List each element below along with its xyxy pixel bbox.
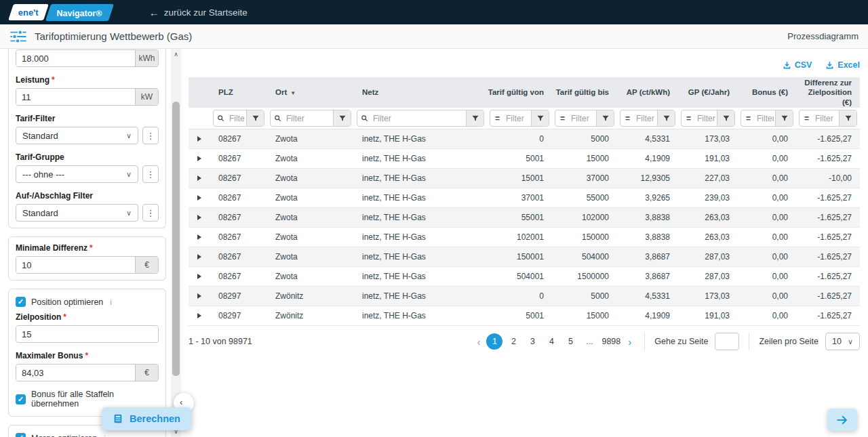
filter-group: =	[741, 110, 793, 127]
row-range-text: 1 - 10 von 98971	[189, 337, 252, 346]
filter-menu-button[interactable]	[466, 110, 484, 126]
results-panel: CSV Excel PLZOrt▼NetzTarif gültig vonTar…	[189, 49, 860, 437]
table-cell: inetz, THE H-Gas	[354, 149, 487, 169]
expand-row-icon[interactable]	[197, 136, 201, 142]
bonus-alle-staffeln-checkbox[interactable]: ✓	[16, 394, 26, 404]
auf-abschlag-filter-select[interactable]: Standard∨	[16, 204, 138, 222]
scrollbar-thumb[interactable]	[172, 102, 180, 376]
process-diagram-link[interactable]: Prozessdiagramm	[787, 31, 859, 41]
goto-page-input[interactable]	[715, 333, 739, 350]
column-header-tarif-gültig-bis[interactable]: Tarif gültig bis	[552, 77, 617, 108]
column-header-bonus-[interactable]: Bonus (€)	[738, 77, 796, 108]
table-cell: 150001	[487, 247, 552, 267]
filter-input[interactable]	[228, 110, 246, 126]
table-cell: 173,03	[678, 287, 738, 306]
filter-input[interactable]	[570, 110, 596, 126]
expand-row-icon[interactable]	[197, 313, 201, 318]
export-excel-link[interactable]: Excel	[825, 60, 860, 70]
scroll-up-arrow-icon[interactable]: ∧	[171, 49, 181, 59]
brand-logo-product: Navigator®	[45, 4, 114, 21]
filter-group	[357, 110, 484, 127]
sliders-icon	[10, 30, 26, 43]
back-to-start-link[interactable]: ← zurück zur Startseite	[149, 7, 248, 18]
filter-input[interactable]	[372, 110, 466, 126]
marge-optimieren-checkbox[interactable]: ✓	[16, 433, 26, 437]
sidebar-scrollbar[interactable]: ∧ ∨	[171, 49, 181, 437]
filter-menu-button[interactable]	[596, 110, 614, 126]
brand-logo[interactable]: ene't Navigator®	[11, 4, 111, 21]
leistung-input[interactable]	[16, 89, 135, 105]
page-button-5[interactable]: 5	[562, 333, 578, 350]
expand-row-icon[interactable]	[197, 156, 201, 161]
tarif-gruppe-menu-button[interactable]: ⋮	[142, 165, 159, 183]
filter-input[interactable]	[285, 110, 333, 126]
info-icon[interactable]: i	[110, 298, 112, 306]
export-csv-link[interactable]: CSV	[783, 60, 812, 70]
berechnen-button[interactable]: Berechnen	[102, 407, 191, 430]
filter-menu-button[interactable]	[775, 110, 793, 126]
table-cell: 08267	[210, 247, 267, 267]
page-button-9898[interactable]: 9898	[600, 333, 622, 350]
column-header-differenz-zur-zielposition-[interactable]: Differenz zur Zielposition (€)	[796, 77, 860, 108]
filter-input[interactable]	[696, 110, 717, 126]
page-button-1[interactable]: 1	[486, 333, 502, 350]
column-header-plz[interactable]: PLZ	[210, 77, 267, 108]
page-button-2[interactable]: 2	[505, 333, 521, 350]
column-header-tarif-gültig-von[interactable]: Tarif gültig von	[487, 77, 552, 108]
zielposition-input[interactable]	[16, 326, 158, 342]
position-optimieren-checkbox[interactable]: ✓	[16, 297, 26, 307]
auf-abschlag-filter-menu-button[interactable]: ⋮	[142, 204, 159, 222]
chevron-down-icon: ∨	[848, 337, 853, 346]
filter-menu-button[interactable]	[839, 110, 856, 126]
expand-row-icon[interactable]	[197, 215, 201, 220]
expand-row-icon[interactable]	[197, 195, 201, 201]
column-header-netz[interactable]: Netz	[354, 77, 487, 108]
filter-input[interactable]	[505, 110, 531, 126]
expand-row-icon[interactable]	[197, 274, 201, 279]
previous-page-button[interactable]: ‹	[473, 336, 484, 348]
table-cell: -1.625,27	[796, 228, 860, 247]
table-row: 08267Zwotainetz, THE H-Gas150013700012,9…	[189, 169, 860, 188]
maximaler-bonus-input-group: €	[16, 364, 159, 381]
expand-row-icon[interactable]	[197, 234, 201, 240]
table-cell: 0,00	[738, 267, 796, 287]
filter-input[interactable]	[635, 110, 657, 126]
equals-icon: =	[555, 110, 570, 126]
tarif-gruppe-select[interactable]: --- ohne ---∨	[16, 165, 138, 183]
next-step-button[interactable]	[827, 409, 857, 431]
tarif-filter-menu-button[interactable]: ⋮	[142, 127, 159, 144]
table-cell: -1.625,27	[796, 129, 860, 149]
column-header-ap-ct-kwh-[interactable]: AP (ct/kWh)	[617, 77, 678, 108]
next-page-button[interactable]: ›	[625, 336, 635, 348]
expand-row-icon[interactable]	[197, 293, 201, 299]
info-icon[interactable]: i	[104, 434, 106, 437]
table-cell: Zwota	[267, 188, 354, 208]
filter-input[interactable]	[755, 110, 775, 126]
expand-row-icon[interactable]	[197, 254, 201, 259]
filter-menu-button[interactable]	[531, 110, 549, 126]
page-button-4[interactable]: 4	[543, 333, 559, 350]
page-title: Tarifoptimierung Wettbewerb (Gas)	[35, 30, 192, 42]
page-button-3[interactable]: 3	[524, 333, 540, 350]
minimale-differenz-input[interactable]	[16, 257, 135, 273]
tarif-gruppe-label: Tarif-Gruppe	[16, 152, 159, 162]
column-header-gp-jahr-[interactable]: GP (€/Jahr)	[678, 77, 738, 108]
maximaler-bonus-input[interactable]	[16, 365, 135, 381]
expand-row-icon[interactable]	[197, 175, 201, 181]
filter-menu-button[interactable]	[246, 110, 264, 126]
table-cell: 239,03	[678, 188, 738, 208]
filter-menu-button[interactable]	[657, 110, 675, 126]
table-cell: Zwota	[267, 208, 354, 228]
page-size-select[interactable]: 10 ∨	[825, 333, 860, 350]
table-row: 08267Zwotainetz, THE H-Gas050004,5331173…	[189, 129, 860, 149]
column-header-ort[interactable]: Ort▼	[267, 77, 354, 108]
filter-input[interactable]	[814, 110, 839, 126]
auf-abschlag-filter-label: Auf-/Abschlag Filter	[16, 191, 159, 201]
filter-group	[270, 110, 351, 127]
table-cell: 08267	[210, 169, 267, 188]
table-row: 08267Zwotainetz, THE H-Gas37001550003,92…	[189, 188, 860, 208]
verbrauch-input[interactable]	[16, 50, 135, 66]
filter-menu-button[interactable]	[717, 110, 734, 126]
tarif-filter-select[interactable]: Standard∨	[16, 127, 138, 144]
filter-menu-button[interactable]	[333, 110, 351, 126]
